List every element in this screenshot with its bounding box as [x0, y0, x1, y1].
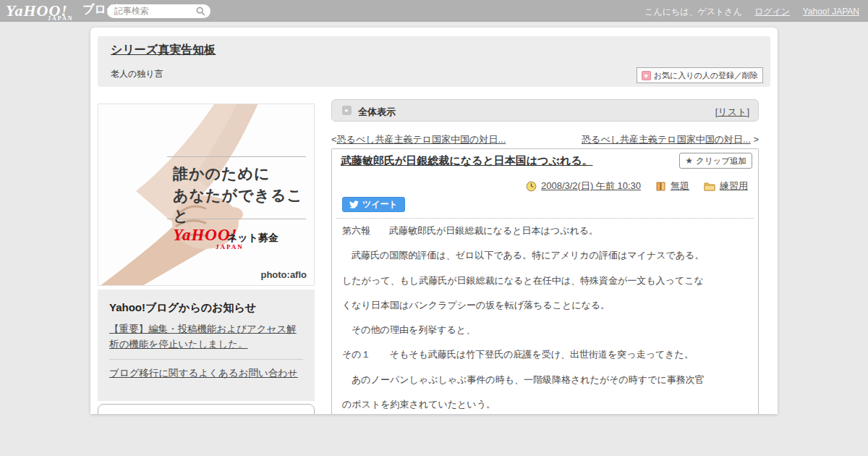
post-navigation: <恐るべし共産主義テロ国家中国の対日... 恐るべし共産主義テロ国家中国の対日.…: [331, 133, 759, 145]
ad-rule-bottom: [167, 219, 306, 219]
article-paragraph: 第六報 武藤敏郎氏が日銀総裁になると日本はつぶれる。: [342, 219, 752, 243]
book-icon: [655, 181, 666, 192]
next-post-wrap: 恐るべし共産主義テロ国家中国の対日... >: [582, 133, 759, 146]
next-post-link[interactable]: 恐るべし共産主義テロ国家中国の対日...: [582, 134, 751, 145]
blog-header: シリーズ真実告知板 老人の独り言 ♥ お気に入りの人の登録／削除: [98, 36, 770, 87]
prev-post-wrap: <恐るべし共産主義テロ国家中国の対日...: [331, 133, 506, 146]
notice-divider: [109, 359, 303, 360]
article-paragraph: くなり日本国はバンクラプシーの坂を転げ落ちることになる。: [342, 293, 752, 318]
folder-icon: [704, 181, 715, 191]
next-arrow-glyph: >: [753, 134, 759, 145]
notice-heading: Yahoo!ブログからのお知らせ: [109, 301, 303, 315]
prev-arrow: <: [331, 134, 337, 145]
arrow-square-icon: ▸: [342, 106, 352, 115]
favorite-register-button[interactable]: ♥ お気に入りの人の登録／削除: [637, 67, 763, 83]
topbar: YaHOO! JAPAN ブログ こんにちは、ゲストさん ログイン Yahoo!…: [0, 0, 868, 22]
ad-copy-line2: あなたができること: [173, 185, 314, 226]
blog-notice-panel: Yahoo!ブログからのお知らせ 【重要】編集・投稿機能およびアクセス解析の機能…: [98, 290, 315, 401]
article-paragraph: のポストを約束されていたという。: [342, 392, 752, 414]
article-category-link[interactable]: 無題: [671, 180, 689, 193]
article-paragraph: 武藤氏の国際的評価は、ゼロ以下である。特にアメリカの評価はマイナスである。: [342, 243, 752, 268]
article-date-link[interactable]: 2008/3/2(日) 午前 10:30: [541, 180, 641, 193]
blog-subtitle: 老人の独り言: [111, 68, 163, 80]
tweet-button[interactable]: ツイート: [342, 197, 405, 212]
ad-copy-line1: 誰かのために: [173, 164, 270, 184]
search-box[interactable]: [107, 4, 210, 18]
topbar-user-area: こんにちは、ゲストさん ログイン Yahoo! JAPAN: [644, 6, 859, 18]
view-mode-bar: ▸ 全体表示 [リスト]: [331, 99, 759, 122]
search-icon[interactable]: [196, 7, 205, 16]
article-paragraph: その他の理由を列挙すると、: [342, 318, 752, 342]
notice-link-important[interactable]: 【重要】編集・投稿機能およびアクセス解析の機能を停止いたしました。: [109, 322, 303, 352]
prev-post-link[interactable]: 恐るべし共産主義テロ国家中国の対日...: [337, 134, 506, 145]
ad-rule-top: [167, 156, 306, 157]
clip-button-label: クリップ追加: [696, 156, 746, 166]
star-icon: ★: [685, 156, 693, 166]
clock-icon: [526, 181, 537, 192]
list-link-wrap: [リスト]: [715, 106, 749, 119]
blog-title-link[interactable]: シリーズ真実告知板: [111, 43, 216, 58]
login-link[interactable]: ログイン: [754, 7, 790, 17]
bracket-close: ]: [746, 106, 749, 117]
article-box: 武藤敏郎氏が日銀総裁になると日本国はつぶれる。 ★ クリップ追加 2008/3/…: [331, 148, 759, 414]
twitter-bird-icon: [349, 200, 359, 209]
list-view-link[interactable]: リスト: [718, 106, 746, 117]
article-title-link[interactable]: 武藤敏郎氏が日銀総裁になると日本国はつぶれる。: [341, 154, 593, 168]
photo-credit: photo:aflo: [260, 269, 307, 280]
notice-link-faq[interactable]: ブログ移行に関するよくあるお問い合わせ: [109, 366, 303, 381]
net-bokin-label: ネット募金: [227, 232, 278, 245]
clip-add-button[interactable]: ★ クリップ追加: [679, 153, 752, 169]
yahoo-japan-link[interactable]: Yahoo! JAPAN: [803, 7, 859, 17]
article-folder-link[interactable]: 練習用: [720, 180, 748, 193]
donation-ad-banner[interactable]: 誰かのために あなたができること YaHOO! JAPAN ネット募金 phot…: [98, 104, 315, 286]
yahoo-blog-logo[interactable]: YaHOO! JAPAN: [6, 1, 68, 22]
greeting-label: こんにちは、ゲストさん: [644, 7, 742, 17]
search-input[interactable]: [114, 5, 194, 17]
tweet-button-label: ツイート: [362, 198, 398, 211]
heart-icon: ♥: [642, 71, 651, 80]
yahoo-logo-japan: JAPAN: [48, 15, 74, 22]
article-paragraph: あのノーパンしゃぶしゃぶ事件の時も、一階級降格されたがその時すでに事務次官: [342, 368, 752, 392]
sidebar-widget-box: [98, 404, 315, 414]
page-card: シリーズ真実告知板 老人の独り言 ♥ お気に入りの人の登録／削除 誰かのために …: [90, 28, 778, 414]
article-paragraph: その１ そもそも武藤氏は竹下登氏の庇護を受け、出世街道を突っ走ってきた。: [342, 342, 752, 367]
article-paragraph: したがって、もし武藤氏が日銀総裁になると在任中は、特殊資金が一文も入ってこな: [342, 269, 752, 293]
article-body: 第六報 武藤敏郎氏が日銀総裁になると日本はつぶれる。 武藤氏の国際的評価は、ゼロ…: [342, 219, 752, 414]
view-mode-label: 全体表示: [358, 106, 396, 119]
favorite-button-label: お気に入りの人の登録／削除: [654, 70, 758, 81]
article-meta-row: 2008/3/2(日) 午前 10:30 無題 練習用: [526, 180, 748, 193]
